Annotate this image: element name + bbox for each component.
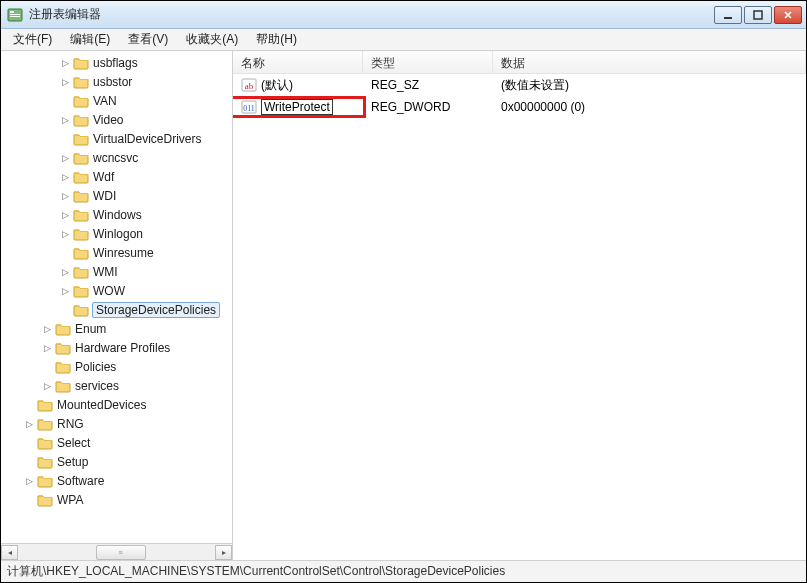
tree-item-label: WMI xyxy=(93,265,118,279)
scroll-left-button[interactable]: ◂ xyxy=(1,545,18,560)
column-header-data[interactable]: 数据 xyxy=(493,51,806,73)
expander-icon[interactable]: ▷ xyxy=(59,229,71,239)
tree-item[interactable]: ▷Winlogon xyxy=(1,224,232,243)
svg-rect-1 xyxy=(10,11,14,13)
tree-item[interactable]: Select xyxy=(1,433,232,452)
menu-help[interactable]: 帮助(H) xyxy=(248,29,305,50)
expander-icon[interactable]: ▷ xyxy=(23,419,35,429)
value-name-cell[interactable]: ab(默认) xyxy=(233,77,363,94)
minimize-button[interactable] xyxy=(714,6,742,24)
tree-item[interactable]: VirtualDeviceDrivers xyxy=(1,129,232,148)
tree-item[interactable]: ▷wcncsvc xyxy=(1,148,232,167)
expander-icon[interactable]: ▷ xyxy=(59,58,71,68)
tree-item[interactable]: VAN xyxy=(1,91,232,110)
folder-icon xyxy=(55,322,71,336)
expander-icon[interactable]: ▷ xyxy=(59,267,71,277)
svg-rect-5 xyxy=(754,11,762,19)
tree-item-label: Wdf xyxy=(93,170,114,184)
expander-icon[interactable]: ▷ xyxy=(59,286,71,296)
value-type-cell: REG_DWORD xyxy=(363,100,493,114)
values-list[interactable]: ab(默认)REG_SZ(数值未设置)011WriteProtectREG_DW… xyxy=(233,74,806,560)
tree-item[interactable]: ▷RNG xyxy=(1,414,232,433)
value-type-cell: REG_SZ xyxy=(363,78,493,92)
main-body: ▷usbflags▷usbstorVAN▷VideoVirtualDeviceD… xyxy=(1,51,806,560)
svg-rect-4 xyxy=(724,17,732,19)
folder-icon xyxy=(37,436,53,450)
status-bar: 计算机\HKEY_LOCAL_MACHINE\SYSTEM\CurrentCon… xyxy=(1,560,806,582)
value-name-cell[interactable]: 011WriteProtect xyxy=(233,99,363,115)
expander-icon[interactable]: ▷ xyxy=(59,210,71,220)
tree-item[interactable]: Winresume xyxy=(1,243,232,262)
tree-pane: ▷usbflags▷usbstorVAN▷VideoVirtualDeviceD… xyxy=(1,51,233,560)
tree-item-label: Video xyxy=(93,113,123,127)
tree-horizontal-scrollbar[interactable]: ◂ ≡ ▸ xyxy=(1,543,232,560)
tree-item[interactable]: ▷Hardware Profiles xyxy=(1,338,232,357)
tree-item[interactable]: ▷Video xyxy=(1,110,232,129)
tree-item[interactable]: ▷Enum xyxy=(1,319,232,338)
svg-text:ab: ab xyxy=(245,81,254,91)
value-row[interactable]: 011WriteProtectREG_DWORD0x00000000 (0) xyxy=(233,96,806,118)
folder-icon xyxy=(73,151,89,165)
close-button[interactable] xyxy=(774,6,802,24)
tree-item[interactable]: Policies xyxy=(1,357,232,376)
tree-item-label: VAN xyxy=(93,94,117,108)
menu-bar: 文件(F) 编辑(E) 查看(V) 收藏夹(A) 帮助(H) xyxy=(1,29,806,51)
expander-icon[interactable]: ▷ xyxy=(41,324,53,334)
tree-item[interactable]: ▷Software xyxy=(1,471,232,490)
column-header-type[interactable]: 类型 xyxy=(363,51,493,73)
expander-icon[interactable]: ▷ xyxy=(23,476,35,486)
svg-text:011: 011 xyxy=(243,104,255,113)
folder-icon xyxy=(73,227,89,241)
folder-icon xyxy=(37,455,53,469)
value-row[interactable]: ab(默认)REG_SZ(数值未设置) xyxy=(233,74,806,96)
tree-item[interactable]: ▷services xyxy=(1,376,232,395)
maximize-button[interactable] xyxy=(744,6,772,24)
tree-item[interactable]: ▷usbstor xyxy=(1,72,232,91)
tree-item[interactable]: ▷Windows xyxy=(1,205,232,224)
expander-icon[interactable]: ▷ xyxy=(41,381,53,391)
value-data-cell: 0x00000000 (0) xyxy=(493,100,806,114)
tree-item[interactable]: ▷WOW xyxy=(1,281,232,300)
tree-item-label: usbflags xyxy=(93,56,138,70)
folder-icon xyxy=(73,56,89,70)
scroll-thumb[interactable]: ≡ xyxy=(96,545,146,560)
expander-icon[interactable]: ▷ xyxy=(59,115,71,125)
tree-item[interactable]: ▷WMI xyxy=(1,262,232,281)
tree-item-label: WDI xyxy=(93,189,116,203)
tree-item[interactable]: ▷WDI xyxy=(1,186,232,205)
folder-icon xyxy=(73,170,89,184)
scroll-right-button[interactable]: ▸ xyxy=(215,545,232,560)
registry-tree[interactable]: ▷usbflags▷usbstorVAN▷VideoVirtualDeviceD… xyxy=(1,51,232,543)
tree-item[interactable]: StorageDevicePolicies xyxy=(1,300,232,319)
expander-icon[interactable]: ▷ xyxy=(59,153,71,163)
folder-icon xyxy=(73,246,89,260)
tree-item[interactable]: MountedDevices xyxy=(1,395,232,414)
menu-favorites[interactable]: 收藏夹(A) xyxy=(178,29,246,50)
value-data-cell: (数值未设置) xyxy=(493,77,806,94)
menu-file[interactable]: 文件(F) xyxy=(5,29,60,50)
tree-item-label: Windows xyxy=(93,208,142,222)
tree-item[interactable]: ▷usbflags xyxy=(1,53,232,72)
values-header: 名称 类型 数据 xyxy=(233,51,806,74)
folder-icon xyxy=(55,379,71,393)
scroll-track[interactable]: ≡ xyxy=(18,545,215,560)
expander-icon[interactable]: ▷ xyxy=(59,191,71,201)
tree-item-label: Hardware Profiles xyxy=(75,341,170,355)
tree-item[interactable]: ▷Wdf xyxy=(1,167,232,186)
window-controls xyxy=(714,6,802,24)
tree-item-label: WOW xyxy=(93,284,125,298)
expander-icon[interactable]: ▷ xyxy=(59,77,71,87)
tree-item[interactable]: Setup xyxy=(1,452,232,471)
tree-item-label: VirtualDeviceDrivers xyxy=(93,132,201,146)
menu-view[interactable]: 查看(V) xyxy=(120,29,176,50)
menu-edit[interactable]: 编辑(E) xyxy=(62,29,118,50)
expander-icon[interactable]: ▷ xyxy=(59,172,71,182)
window-title: 注册表编辑器 xyxy=(29,6,714,23)
value-name-edit[interactable]: WriteProtect xyxy=(261,99,333,115)
value-name-label: (默认) xyxy=(261,77,293,94)
column-header-name[interactable]: 名称 xyxy=(233,51,363,73)
folder-icon xyxy=(37,474,53,488)
tree-item[interactable]: WPA xyxy=(1,490,232,509)
expander-icon[interactable]: ▷ xyxy=(41,343,53,353)
tree-item-label: MountedDevices xyxy=(57,398,146,412)
